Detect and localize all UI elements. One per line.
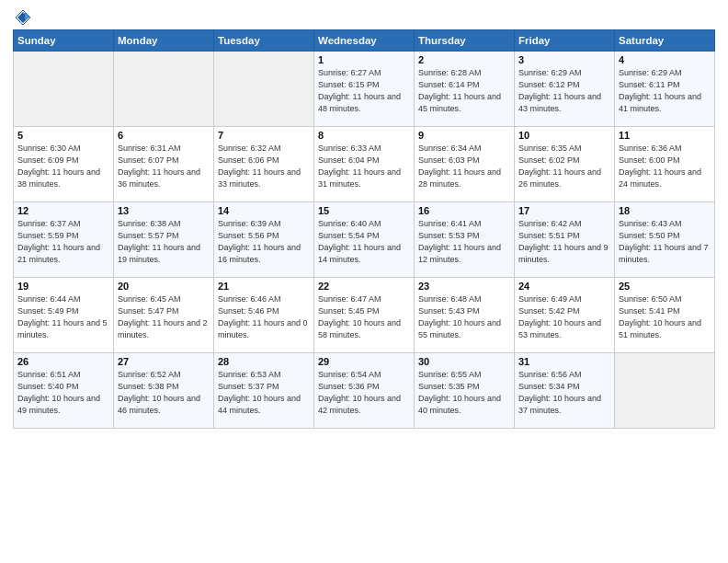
day-info: Sunrise: 6:39 AM Sunset: 5:56 PM Dayligh… [218, 218, 310, 266]
calendar-week-row: 1Sunrise: 6:27 AM Sunset: 6:15 PM Daylig… [14, 52, 715, 127]
day-info: Sunrise: 6:45 AM Sunset: 5:47 PM Dayligh… [118, 293, 210, 341]
day-number: 15 [318, 205, 410, 216]
weekday-header: Tuesday [214, 30, 314, 52]
day-number: 14 [218, 205, 310, 216]
day-number: 5 [17, 130, 109, 141]
calendar-cell: 31Sunrise: 6:56 AM Sunset: 5:34 PM Dayli… [515, 353, 615, 429]
calendar-table: SundayMondayTuesdayWednesdayThursdayFrid… [13, 29, 715, 429]
day-info: Sunrise: 6:30 AM Sunset: 6:09 PM Dayligh… [17, 143, 109, 190]
calendar-week-row: 26Sunrise: 6:51 AM Sunset: 5:40 PM Dayli… [14, 353, 715, 429]
logo [13, 9, 33, 26]
day-info: Sunrise: 6:50 AM Sunset: 5:41 PM Dayligh… [619, 293, 711, 341]
day-info: Sunrise: 6:31 AM Sunset: 6:07 PM Dayligh… [118, 143, 210, 190]
calendar-cell: 9Sunrise: 6:34 AM Sunset: 6:03 PM Daylig… [415, 127, 515, 202]
calendar-header-row: SundayMondayTuesdayWednesdayThursdayFrid… [14, 30, 715, 52]
weekday-header: Sunday [14, 30, 114, 52]
calendar-cell: 17Sunrise: 6:42 AM Sunset: 5:51 PM Dayli… [515, 202, 615, 278]
weekday-header: Saturday [615, 30, 715, 52]
day-number: 8 [318, 130, 410, 141]
logo-icon [15, 9, 31, 26]
calendar-cell: 11Sunrise: 6:36 AM Sunset: 6:00 PM Dayli… [615, 127, 715, 202]
day-number: 29 [318, 356, 410, 367]
day-number: 1 [318, 54, 410, 65]
day-number: 11 [619, 130, 711, 141]
day-number: 25 [619, 281, 711, 292]
day-number: 24 [518, 281, 610, 292]
day-number: 12 [17, 205, 109, 216]
calendar-cell: 13Sunrise: 6:38 AM Sunset: 5:57 PM Dayli… [114, 202, 214, 278]
day-info: Sunrise: 6:53 AM Sunset: 5:37 PM Dayligh… [218, 369, 310, 417]
calendar-cell [14, 52, 114, 127]
day-number: 18 [619, 205, 711, 216]
weekday-header: Monday [114, 30, 214, 52]
calendar-cell [114, 52, 214, 127]
day-number: 19 [17, 281, 109, 292]
calendar-cell: 19Sunrise: 6:44 AM Sunset: 5:49 PM Dayli… [14, 278, 114, 353]
day-info: Sunrise: 6:42 AM Sunset: 5:51 PM Dayligh… [518, 218, 610, 266]
calendar-cell [615, 353, 715, 429]
weekday-header: Friday [515, 30, 615, 52]
day-number: 31 [518, 356, 610, 367]
calendar-cell: 20Sunrise: 6:45 AM Sunset: 5:47 PM Dayli… [114, 278, 214, 353]
day-number: 17 [518, 205, 610, 216]
weekday-header: Wednesday [314, 30, 415, 52]
day-info: Sunrise: 6:29 AM Sunset: 6:11 PM Dayligh… [619, 67, 711, 115]
day-info: Sunrise: 6:54 AM Sunset: 5:36 PM Dayligh… [318, 369, 410, 417]
day-info: Sunrise: 6:55 AM Sunset: 5:35 PM Dayligh… [418, 369, 510, 417]
day-number: 4 [619, 54, 711, 65]
day-number: 23 [418, 281, 510, 292]
day-info: Sunrise: 6:38 AM Sunset: 5:57 PM Dayligh… [118, 218, 210, 266]
calendar-cell: 2Sunrise: 6:28 AM Sunset: 6:14 PM Daylig… [415, 52, 515, 127]
day-info: Sunrise: 6:49 AM Sunset: 5:42 PM Dayligh… [518, 293, 610, 341]
day-number: 13 [118, 205, 210, 216]
day-info: Sunrise: 6:29 AM Sunset: 6:12 PM Dayligh… [518, 67, 610, 115]
day-info: Sunrise: 6:40 AM Sunset: 5:54 PM Dayligh… [318, 218, 410, 266]
day-number: 3 [518, 54, 610, 65]
calendar-cell: 28Sunrise: 6:53 AM Sunset: 5:37 PM Dayli… [214, 353, 314, 429]
calendar-week-row: 12Sunrise: 6:37 AM Sunset: 5:59 PM Dayli… [14, 202, 715, 278]
calendar-cell: 8Sunrise: 6:33 AM Sunset: 6:04 PM Daylig… [314, 127, 415, 202]
calendar-cell: 6Sunrise: 6:31 AM Sunset: 6:07 PM Daylig… [114, 127, 214, 202]
calendar-cell: 5Sunrise: 6:30 AM Sunset: 6:09 PM Daylig… [14, 127, 114, 202]
calendar-week-row: 19Sunrise: 6:44 AM Sunset: 5:49 PM Dayli… [14, 278, 715, 353]
day-info: Sunrise: 6:56 AM Sunset: 5:34 PM Dayligh… [518, 369, 610, 417]
day-number: 16 [418, 205, 510, 216]
calendar-cell: 15Sunrise: 6:40 AM Sunset: 5:54 PM Dayli… [314, 202, 415, 278]
header [13, 9, 715, 26]
calendar-cell: 3Sunrise: 6:29 AM Sunset: 6:12 PM Daylig… [515, 52, 615, 127]
calendar-cell: 7Sunrise: 6:32 AM Sunset: 6:06 PM Daylig… [214, 127, 314, 202]
day-info: Sunrise: 6:33 AM Sunset: 6:04 PM Dayligh… [318, 143, 410, 190]
calendar-cell: 10Sunrise: 6:35 AM Sunset: 6:02 PM Dayli… [515, 127, 615, 202]
day-number: 26 [17, 356, 109, 367]
calendar-cell: 27Sunrise: 6:52 AM Sunset: 5:38 PM Dayli… [114, 353, 214, 429]
calendar-cell: 24Sunrise: 6:49 AM Sunset: 5:42 PM Dayli… [515, 278, 615, 353]
day-number: 9 [418, 130, 510, 141]
day-number: 20 [118, 281, 210, 292]
day-info: Sunrise: 6:52 AM Sunset: 5:38 PM Dayligh… [118, 369, 210, 417]
day-info: Sunrise: 6:36 AM Sunset: 6:00 PM Dayligh… [619, 143, 711, 190]
calendar-cell [214, 52, 314, 127]
day-number: 7 [218, 130, 310, 141]
day-number: 30 [418, 356, 510, 367]
day-info: Sunrise: 6:43 AM Sunset: 5:50 PM Dayligh… [619, 218, 711, 266]
day-info: Sunrise: 6:44 AM Sunset: 5:49 PM Dayligh… [17, 293, 109, 341]
day-info: Sunrise: 6:34 AM Sunset: 6:03 PM Dayligh… [418, 143, 510, 190]
calendar-week-row: 5Sunrise: 6:30 AM Sunset: 6:09 PM Daylig… [14, 127, 715, 202]
page-container: SundayMondayTuesdayWednesdayThursdayFrid… [0, 0, 728, 563]
calendar-cell: 25Sunrise: 6:50 AM Sunset: 5:41 PM Dayli… [615, 278, 715, 353]
day-number: 21 [218, 281, 310, 292]
day-info: Sunrise: 6:46 AM Sunset: 5:46 PM Dayligh… [218, 293, 310, 341]
calendar-cell: 29Sunrise: 6:54 AM Sunset: 5:36 PM Dayli… [314, 353, 415, 429]
day-info: Sunrise: 6:47 AM Sunset: 5:45 PM Dayligh… [318, 293, 410, 341]
day-info: Sunrise: 6:51 AM Sunset: 5:40 PM Dayligh… [17, 369, 109, 417]
calendar-cell: 14Sunrise: 6:39 AM Sunset: 5:56 PM Dayli… [214, 202, 314, 278]
day-number: 6 [118, 130, 210, 141]
day-number: 22 [318, 281, 410, 292]
day-info: Sunrise: 6:37 AM Sunset: 5:59 PM Dayligh… [17, 218, 109, 266]
calendar-cell: 18Sunrise: 6:43 AM Sunset: 5:50 PM Dayli… [615, 202, 715, 278]
day-info: Sunrise: 6:41 AM Sunset: 5:53 PM Dayligh… [418, 218, 510, 266]
day-number: 10 [518, 130, 610, 141]
calendar-cell: 21Sunrise: 6:46 AM Sunset: 5:46 PM Dayli… [214, 278, 314, 353]
calendar-cell: 16Sunrise: 6:41 AM Sunset: 5:53 PM Dayli… [415, 202, 515, 278]
calendar-cell: 1Sunrise: 6:27 AM Sunset: 6:15 PM Daylig… [314, 52, 415, 127]
